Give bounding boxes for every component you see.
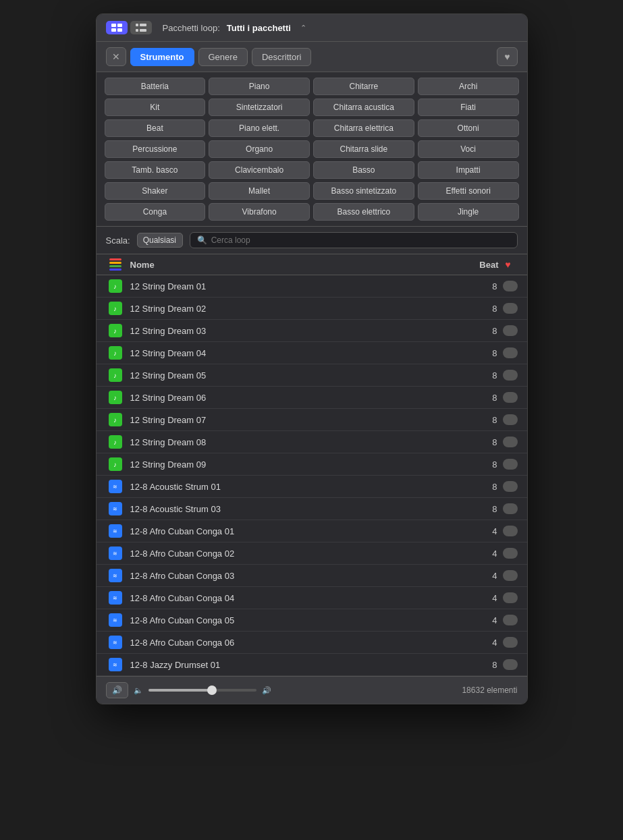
favorite-toggle[interactable] — [503, 503, 518, 514]
table-row[interactable]: ≋12-8 Acoustic Strum 038 — [97, 498, 527, 520]
descrittori-filter-button[interactable]: Descrittori — [252, 48, 312, 66]
svg-rect-6 — [136, 29, 138, 32]
waveform-icon: ≋ — [109, 613, 122, 627]
keyword-button[interactable]: Tamb. basco — [105, 161, 206, 179]
svg-rect-3 — [117, 28, 122, 32]
table-row[interactable]: ≋12-8 Afro Cuban Conga 024 — [97, 542, 527, 565]
keyword-button[interactable]: Basso sintetizzato — [313, 182, 414, 200]
volume-slider[interactable] — [148, 689, 256, 692]
favorite-toggle[interactable] — [503, 548, 518, 559]
favorite-toggle[interactable] — [503, 459, 518, 470]
scale-search-row: Scala: Qualsiasi 🔍 — [97, 227, 527, 254]
table-row[interactable]: ♪12 String Dream 048 — [97, 342, 527, 364]
table-row[interactable]: ♪12 String Dream 068 — [97, 387, 527, 409]
row-beat: 8 — [469, 304, 503, 314]
keyword-button[interactable]: Chitarra elettrica — [313, 119, 414, 137]
keyword-button[interactable]: Batteria — [105, 78, 206, 95]
favorite-toggle[interactable] — [503, 659, 518, 670]
keyword-button[interactable]: Piano — [209, 78, 310, 95]
table-row[interactable]: ♪12 String Dream 098 — [97, 453, 527, 476]
table-row[interactable]: ♪12 String Dream 028 — [97, 298, 527, 320]
music-note-icon: ♪ — [109, 391, 122, 404]
scale-select[interactable]: Qualsiasi — [137, 233, 183, 248]
speaker-button[interactable]: 🔊 — [106, 682, 128, 698]
keyword-button[interactable]: Impatti — [418, 161, 519, 179]
table-row[interactable]: ♪12 String Dream 088 — [97, 431, 527, 453]
row-beat: 8 — [469, 482, 503, 492]
clear-filter-button[interactable]: ✕ — [106, 47, 126, 66]
keyword-button[interactable]: Percussione — [105, 140, 206, 158]
keyword-button[interactable]: Ottoni — [418, 119, 519, 137]
keyword-button[interactable]: Effetti sonori — [418, 182, 519, 200]
table-row[interactable]: ♪12 String Dream 038 — [97, 320, 527, 342]
favorite-toggle[interactable] — [503, 281, 518, 291]
favorite-toggle[interactable] — [503, 392, 518, 403]
keyword-button[interactable]: Piano elett. — [209, 119, 310, 137]
favorite-toggle[interactable] — [503, 347, 518, 358]
x-icon: ✕ — [112, 51, 120, 62]
table-row[interactable]: ≋12-8 Acoustic Strum 018 — [97, 476, 527, 498]
favorite-toggle[interactable] — [503, 526, 518, 536]
favorite-toggle[interactable] — [503, 325, 518, 336]
keyword-button[interactable]: Beat — [105, 119, 206, 137]
keyword-button[interactable]: Basso elettrico — [313, 203, 414, 221]
table-row[interactable]: ♪12 String Dream 058 — [97, 364, 527, 387]
keyword-button[interactable]: Conga — [105, 203, 206, 221]
favorite-toggle[interactable] — [503, 437, 518, 447]
keyword-button[interactable]: Fiati — [418, 99, 519, 116]
keyword-button[interactable]: Chitarra slide — [313, 140, 414, 158]
search-input[interactable] — [211, 235, 510, 245]
keyword-button[interactable]: Shaker — [105, 182, 206, 200]
favorite-toggle[interactable] — [503, 370, 518, 381]
list-view-button[interactable] — [130, 21, 152, 34]
genere-filter-button[interactable]: Genere — [198, 48, 248, 66]
filter-row: ✕ Strumento Genere Descrittori ♥ — [97, 42, 527, 72]
row-beat: 8 — [469, 660, 503, 670]
keyword-button[interactable]: Chitarra acustica — [313, 99, 414, 116]
table-row[interactable]: ♪12 String Dream 078 — [97, 409, 527, 431]
row-beat: 4 — [469, 526, 503, 536]
favorite-toggle[interactable] — [503, 414, 518, 425]
keyword-grid: BatteriaPianoChitarreArchiKitSintetizzat… — [97, 72, 527, 227]
favorite-toggle[interactable] — [503, 570, 518, 581]
row-beat: 4 — [469, 549, 503, 559]
table-row[interactable]: ≋12-8 Afro Cuban Conga 014 — [97, 520, 527, 542]
music-note-icon: ♪ — [109, 346, 122, 360]
color-bars-icon — [106, 258, 125, 271]
svg-rect-1 — [117, 24, 122, 27]
keyword-button[interactable]: Chitarre — [313, 78, 414, 95]
grid-view-button[interactable] — [106, 21, 128, 34]
favorite-toggle[interactable] — [503, 637, 518, 648]
favorite-toggle[interactable] — [503, 615, 518, 625]
strumento-filter-button[interactable]: Strumento — [130, 48, 194, 66]
favorite-toggle[interactable] — [503, 303, 518, 314]
waveform-icon: ≋ — [109, 480, 122, 493]
table-row[interactable]: ≋12-8 Jazzy Drumset 018 — [97, 654, 527, 676]
table-row[interactable]: ♪12 String Dream 018 — [97, 275, 527, 298]
row-beat: 8 — [469, 504, 503, 514]
row-name: 12 String Dream 09 — [125, 459, 469, 470]
keyword-button[interactable]: Archi — [418, 78, 519, 95]
favorite-toggle[interactable] — [503, 592, 518, 603]
keyword-button[interactable]: Jingle — [418, 203, 519, 221]
table-row[interactable]: ≋12-8 Afro Cuban Conga 034 — [97, 565, 527, 587]
keyword-button[interactable]: Basso — [313, 161, 414, 179]
row-name: 12 String Dream 01 — [125, 281, 469, 291]
keyword-button[interactable]: Clavicembalo — [209, 161, 310, 179]
table-row[interactable]: ≋12-8 Afro Cuban Conga 054 — [97, 609, 527, 632]
table-row[interactable]: ≋12-8 Afro Cuban Conga 044 — [97, 587, 527, 609]
waveform-icon: ≋ — [109, 591, 122, 605]
row-name: 12-8 Jazzy Drumset 01 — [125, 660, 469, 670]
keyword-button[interactable]: Kit — [105, 99, 206, 116]
favorite-toggle[interactable] — [503, 481, 518, 492]
svg-rect-4 — [136, 24, 138, 26]
keyword-button[interactable]: Organo — [209, 140, 310, 158]
keyword-button[interactable]: Vibrafono — [209, 203, 310, 221]
favorites-filter-button[interactable]: ♥ — [497, 47, 517, 66]
row-beat: 8 — [469, 326, 503, 336]
keyword-button[interactable]: Voci — [418, 140, 519, 158]
keyword-button[interactable]: Mallet — [209, 182, 310, 200]
keyword-button[interactable]: Sintetizzatori — [209, 99, 310, 116]
table-row[interactable]: ≋12-8 Afro Cuban Conga 064 — [97, 632, 527, 654]
row-name: 12-8 Afro Cuban Conga 01 — [125, 526, 469, 536]
